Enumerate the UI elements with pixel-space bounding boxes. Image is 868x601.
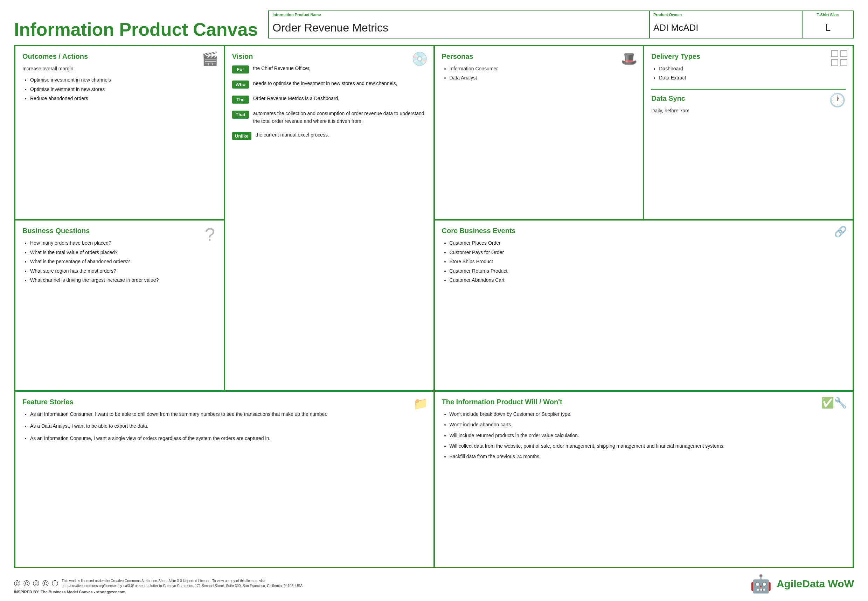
cbe-cell: 🔗 Core Business Events Customer Places O…: [434, 220, 854, 390]
svg-text:?: ?: [205, 226, 215, 245]
list-item: How many orders have been placed?: [30, 239, 217, 247]
agiledata-frog-icon: 🤖: [750, 574, 772, 594]
vision-unlike-row: Unlike the current manual excel process.: [232, 131, 427, 140]
bq-icon: ?: [202, 226, 218, 248]
vision-the-row: The Order Revenue Metrics is a Dashboard…: [232, 95, 427, 104]
cc-icons: Ⓒ Ⓒ Ⓒ Ⓒ ⓘ: [14, 579, 59, 588]
list-item: What is the percentage of abandoned orde…: [30, 258, 217, 265]
fs-icon: 📁: [413, 397, 428, 410]
agiledata-brand: AgileData WoW: [776, 578, 854, 590]
header-fields: Information Product Name Order Revenue M…: [268, 11, 854, 38]
page-title: Information Product Canvas: [14, 20, 258, 38]
list-item: Customer Abandons Cart: [450, 276, 846, 284]
vision-icon: 💿: [412, 51, 428, 67]
bq-title: Business Questions: [23, 227, 217, 235]
personas-list: Information Consumer Data Analyst: [442, 65, 636, 82]
size-label: T-Shirt Size:: [802, 11, 853, 17]
list-item: Data Analyst: [450, 74, 636, 82]
list-item: Reduce abandoned orders: [30, 95, 217, 102]
vision-who-tag: Who: [232, 81, 249, 88]
list-item: As a Data Analyst, I want to be able to …: [30, 422, 427, 430]
list-item: Store Ships Product: [450, 258, 846, 265]
personas-title: Personas: [442, 52, 636, 61]
delivery-cell: Delivery Types Dashboard Data Extract 🕐 …: [644, 46, 853, 220]
vision-that-tag: That: [232, 111, 249, 119]
question-mark-icon: ?: [202, 226, 218, 245]
cbe-list: Customer Places Order Customer Pays for …: [442, 239, 846, 284]
product-name-value: Order Revenue Metrics: [269, 17, 649, 38]
list-item: What channel is driving the largest incr…: [30, 276, 217, 284]
main-grid: 🎬 Outcomes / Actions Increase overall ma…: [14, 45, 854, 568]
delivery-list: Dashboard Data Extract: [651, 65, 845, 82]
svg-rect-2: [831, 59, 838, 66]
list-item: Data Extract: [659, 74, 845, 82]
vision-the-text: Order Revenue Metrics is a Dashboard,: [253, 95, 340, 102]
vision-unlike-text: the current manual excel process.: [256, 131, 329, 139]
product-name-label: Information Product Name: [269, 11, 649, 17]
outcomes-list: Optimise investment in new channels Opti…: [23, 76, 217, 102]
footer-right: 🤖 AgileData WoW: [750, 574, 854, 594]
owner-value: ADI McADI: [650, 17, 802, 38]
personas-cell: 🎩 Personas Information Consumer Data Ana…: [434, 46, 644, 220]
page: Information Product Canvas Information P…: [0, 0, 868, 601]
outcomes-icon: 🎬: [202, 51, 218, 67]
owner-group: Product Owner: ADI McADI: [650, 11, 802, 38]
outcomes-title: Outcomes / Actions: [23, 52, 217, 61]
vision-unlike-tag: Unlike: [232, 132, 252, 140]
list-item: Will collect data from the website, poin…: [450, 442, 846, 450]
outcomes-cell: 🎬 Outcomes / Actions Increase overall ma…: [15, 46, 224, 220]
outcomes-intro: Increase overall margin: [23, 65, 217, 72]
footer-inspired: INSPIRED BY: The Business Model Canvas -…: [14, 590, 307, 594]
vision-for-text: the Chief Revenue Officer,: [253, 65, 311, 72]
business-questions-cell: ? Business Questions How many orders hav…: [15, 220, 224, 390]
datasync-title: Data Sync: [651, 95, 845, 102]
list-item: Customer Pays for Order: [450, 249, 846, 256]
list-item: What is the total value of orders placed…: [30, 249, 217, 256]
fs-list: As an Information Consumer, I want to be…: [23, 410, 427, 442]
fs-title: Feature Stories: [23, 398, 427, 406]
delivery-grid-icon: [831, 50, 848, 67]
vision-for-tag: For: [232, 66, 249, 73]
svg-rect-0: [831, 50, 838, 57]
list-item: Won't include abandon carts.: [450, 421, 846, 429]
list-item: Information Consumer: [450, 65, 636, 72]
datasync-section: 🕐 Data Sync Daily, before 7am: [651, 89, 845, 114]
ipww-cell: ✅🔧 The Information Product Will / Won't …: [434, 391, 854, 567]
list-item: As an Information Consumer, I want to be…: [30, 410, 427, 418]
ipww-list: Won't include break down by Customer or …: [442, 410, 846, 461]
list-item: Will include returned products in the or…: [450, 432, 846, 439]
size-group: T-Shirt Size: L: [802, 11, 853, 38]
list-item: Backfill data from the previous 24 month…: [450, 453, 846, 460]
vision-that-row: That automates the collection and consum…: [232, 110, 427, 125]
list-item: Customer Returns Product: [450, 267, 846, 275]
vision-who-text: needs to optimise the investment in new …: [253, 80, 397, 87]
ipww-icon: ✅🔧: [821, 397, 847, 409]
ipww-title: The Information Product Will / Won't: [442, 398, 846, 406]
feature-stories-cell: 📁 Feature Stories As an Information Cons…: [15, 391, 434, 567]
cbe-icon: 🔗: [834, 226, 847, 238]
svg-rect-3: [841, 59, 847, 66]
delivery-types-section: Delivery Types Dashboard Data Extract: [651, 52, 845, 87]
svg-rect-1: [841, 50, 847, 57]
vision-title: Vision: [232, 52, 427, 61]
list-item: Dashboard: [659, 65, 845, 72]
list-item: What store region has the most orders?: [30, 267, 217, 275]
footer-left: Ⓒ Ⓒ Ⓒ Ⓒ ⓘ This work is licensed under th…: [14, 579, 307, 594]
vision-for-row: For the Chief Revenue Officer,: [232, 65, 427, 73]
list-item: Optimise investment in new stores: [30, 85, 217, 93]
list-item: Optimise investment in new channels: [30, 76, 217, 84]
header: Information Product Canvas Information P…: [14, 11, 854, 38]
size-value: L: [802, 17, 853, 38]
list-item: Customer Places Order: [450, 239, 846, 247]
vision-that-text: automates the collection and consumption…: [253, 110, 427, 125]
list-item: Won't include break down by Customer or …: [450, 410, 846, 418]
owner-label: Product Owner:: [650, 11, 802, 17]
list-item: As an Information Consume, I want a sing…: [30, 435, 427, 442]
footer-license: Ⓒ Ⓒ Ⓒ Ⓒ ⓘ This work is licensed under th…: [14, 579, 307, 589]
footer-license-text: This work is licensed under the Creative…: [62, 579, 307, 589]
product-name-group: Information Product Name Order Revenue M…: [269, 11, 650, 38]
personas-icon: 🎩: [621, 51, 637, 67]
vision-cell: 💿 Vision For the Chief Revenue Officer, …: [224, 46, 434, 391]
datasync-value: Daily, before 7am: [651, 107, 845, 114]
vision-who-row: Who needs to optimise the investment in …: [232, 80, 427, 88]
